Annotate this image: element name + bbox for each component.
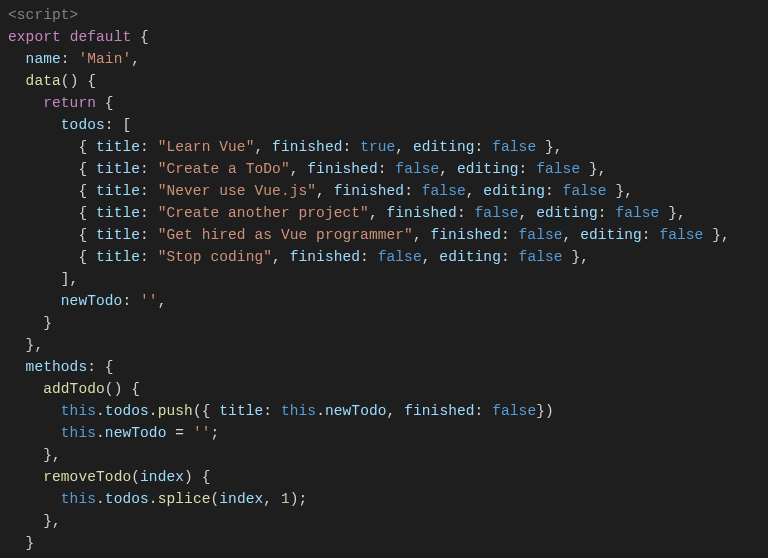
prop-todos: todos bbox=[61, 117, 105, 133]
fn-data: data bbox=[26, 73, 61, 89]
code-editor[interactable]: <script> export default { name: 'Main', … bbox=[0, 0, 768, 558]
kw-return: return bbox=[43, 95, 96, 111]
prop-newTodo: newTodo bbox=[61, 293, 123, 309]
script-open-tag: <script> bbox=[8, 7, 78, 23]
name-value: 'Main' bbox=[78, 51, 131, 67]
kw-default: default bbox=[70, 29, 132, 45]
todo-lines: { title: "Learn Vue", finished: true, ed… bbox=[8, 139, 730, 265]
kw-export: export bbox=[8, 29, 61, 45]
newTodo-value: '' bbox=[140, 293, 158, 309]
prop-name: name bbox=[26, 51, 61, 67]
fn-addTodo: addTodo bbox=[43, 381, 105, 397]
fn-removeTodo: removeTodo bbox=[43, 469, 131, 485]
prop-methods: methods bbox=[26, 359, 88, 375]
